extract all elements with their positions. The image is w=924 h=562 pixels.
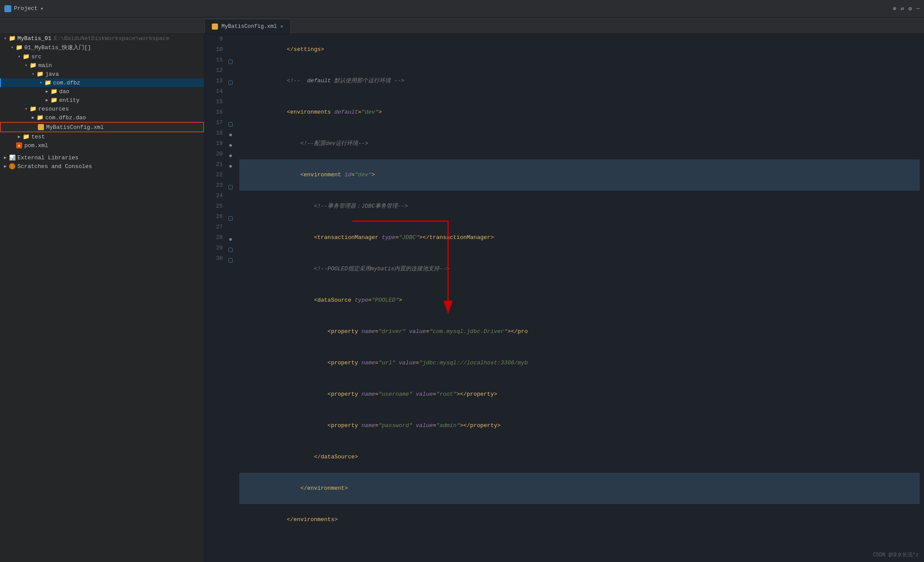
- editor-content: 9 10 11 12 13 14 15 16 17 18 19 20 21 22…: [204, 34, 924, 562]
- code-line-16: <!--POOLED指定采用mybatis内置的连接池支持-->: [239, 253, 920, 285]
- entity-label: entity: [59, 97, 80, 104]
- pom-icon: m: [16, 142, 23, 149]
- scratches-icon: [9, 163, 16, 170]
- resources-label: resources: [38, 106, 69, 112]
- project-icon: [4, 5, 11, 12]
- entity-folder-icon: 📁: [50, 97, 57, 104]
- tab-filename: MyBatisConfig.xml: [221, 24, 277, 30]
- tab-close-button[interactable]: ✕: [281, 24, 284, 29]
- comdfbz-folder-icon: 📁: [44, 79, 51, 86]
- sidebar-item-pomxml[interactable]: ▶ m pom.xml: [0, 141, 204, 150]
- src-label: src: [31, 54, 41, 60]
- main-layout: ▾ 📁 MyBatis_01 E:\BaiduNetDiskWorkspace\…: [0, 34, 924, 562]
- sidebar-item-mybatisconfig[interactable]: ▶ MyBatisConfig.xml: [0, 122, 204, 132]
- sidebar-item-resources[interactable]: ▾ 📁 resources: [0, 104, 204, 113]
- code-line-11: <environments default="dev">: [239, 97, 920, 128]
- java-label: java: [45, 71, 59, 77]
- sidebar-item-extlib[interactable]: ▶ 📊 External Libraries: [0, 153, 204, 162]
- title-bar: Project ▾ ⊕ ⇄ ⚙ —: [0, 0, 924, 17]
- minimize-icon[interactable]: —: [916, 5, 920, 12]
- src-folder-icon: 📁: [23, 53, 30, 60]
- mybatisconfig-icon: [37, 124, 44, 131]
- sidebar-item-java[interactable]: ▾ 📁 java: [0, 70, 204, 78]
- tab-bar: MyBatisConfig.xml ✕: [0, 17, 924, 34]
- project-title: Project ▾: [4, 5, 44, 12]
- code-line-19: <property name="url" value="jdbc:mysql:/…: [239, 347, 920, 379]
- comdfbz-label: com.dfbz: [53, 80, 80, 86]
- sidebar-item-comdfbz[interactable]: ▾ 📁 com.dfbz: [0, 78, 204, 87]
- code-line-9: </settings>: [239, 34, 920, 65]
- code-line-22: </dataSource>: [239, 441, 920, 473]
- 01mybatis-label: 01_MyBatis_快速入门[]: [24, 44, 91, 51]
- project-label[interactable]: Project: [14, 5, 38, 12]
- test-folder-icon: 📁: [23, 133, 30, 140]
- code-line-25: [239, 535, 920, 562]
- java-folder-icon: 📁: [37, 71, 44, 77]
- sidebar-item-dao[interactable]: ▶ 📁 dao: [0, 87, 204, 96]
- root-path: E:\BaiduNetDiskWorkspace\workspace: [54, 35, 169, 42]
- tab-mybatisconfig[interactable]: MyBatisConfig.xml ✕: [204, 19, 291, 34]
- code-line-18: <property name="driver" value="com.mysql…: [239, 316, 920, 347]
- test-label: test: [31, 134, 45, 140]
- src-arrow: ▾: [16, 54, 23, 59]
- comdfbzdao-arrow: ▶: [30, 115, 37, 120]
- dao-arrow: ▶: [44, 89, 50, 94]
- code-line-14: <!--事务管理器：JDBC事务管理-->: [239, 191, 920, 222]
- code-line-12: <!--配置dev运行环境-->: [239, 128, 920, 159]
- sidebar-item-01mybatis[interactable]: ▾ 📁 01_MyBatis_快速入门[]: [0, 43, 204, 52]
- project-root-icon: 📁: [9, 35, 16, 42]
- editor-panel: 9 10 11 12 13 14 15 16 17 18 19 20 21 22…: [204, 34, 924, 562]
- sidebar-item-entity[interactable]: ▶ 📁 entity: [0, 96, 204, 104]
- comdfbzdao-folder-icon: 📁: [37, 114, 44, 121]
- extlib-label: External Libraries: [17, 155, 78, 161]
- comdfbzdao-label: com.dfbz.dao: [45, 114, 86, 121]
- sidebar-item-test[interactable]: ▶ 📁 test: [0, 132, 204, 141]
- code-line-15: <transactionManager type="JDBC"></transa…: [239, 222, 920, 253]
- dao-folder-icon: 📁: [50, 88, 57, 95]
- code-line-20: <property name="username" value="root"><…: [239, 379, 920, 410]
- dao-label: dao: [59, 88, 69, 95]
- sidebar-item-comdfbzdao[interactable]: ▶ 📁 com.dfbz.dao: [0, 113, 204, 122]
- java-arrow: ▾: [30, 71, 37, 77]
- folder-icon: 📁: [16, 44, 23, 51]
- code-line-17: <dataSource type="POOLED">: [239, 285, 920, 316]
- 01mybatis-arrow: ▾: [9, 45, 16, 50]
- pom-label: pom.xml: [24, 142, 48, 149]
- code-line-21: <property name="password" value="admin">…: [239, 410, 920, 441]
- sidebar-item-scratches[interactable]: ▶ Scratches and Consoles: [0, 162, 204, 171]
- code-line-24: </environments>: [239, 504, 920, 535]
- xml-file-icon: [212, 24, 218, 30]
- resources-arrow: ▾: [23, 106, 30, 111]
- mybatisconfig-label: MyBatisConfig.xml: [46, 124, 104, 131]
- project-sidebar: ▾ 📁 MyBatis_01 E:\BaiduNetDiskWorkspace\…: [0, 34, 204, 562]
- resources-folder-icon: 📁: [30, 105, 37, 112]
- entity-arrow: ▶: [44, 98, 50, 103]
- main-folder-icon: 📁: [30, 62, 37, 69]
- scratches-label: Scratches and Consoles: [17, 163, 92, 170]
- sidebar-item-src[interactable]: ▾ 📁 src: [0, 52, 204, 61]
- sidebar-item-root[interactable]: ▾ 📁 MyBatis_01 E:\BaiduNetDiskWorkspace\…: [0, 34, 204, 43]
- editor-gutter: - - -: [226, 34, 235, 562]
- scratches-arrow: ▶: [2, 164, 9, 169]
- code-area[interactable]: </settings> <!-- default 默认使用那个运行环境 --> …: [235, 34, 924, 562]
- main-label: main: [38, 62, 52, 69]
- sidebar-item-main[interactable]: ▾ 📁 main: [0, 61, 204, 70]
- line-numbers: 9 10 11 12 13 14 15 16 17 18 19 20 21 22…: [204, 34, 226, 562]
- code-line-13: <environment id="dev">: [239, 159, 920, 191]
- extlib-icon: 📊: [9, 154, 16, 161]
- title-bar-controls: ⊕ ⇄ ⚙ —: [893, 5, 920, 12]
- root-arrow: ▾: [2, 36, 9, 41]
- watermark: CSDN @绿水长流*z: [873, 551, 919, 559]
- project-dropdown-arrow[interactable]: ▾: [40, 5, 44, 12]
- test-arrow: ▶: [16, 134, 23, 139]
- root-project-label: MyBatis_01: [17, 35, 51, 42]
- sync-icon[interactable]: ⇄: [901, 5, 904, 12]
- main-arrow: ▾: [23, 63, 30, 68]
- target-icon[interactable]: ⊕: [893, 5, 897, 12]
- code-line-23: </environment>: [239, 473, 920, 504]
- code-line-10: <!-- default 默认使用那个运行环境 -->: [239, 65, 920, 97]
- extlib-arrow: ▶: [2, 155, 9, 160]
- settings-icon[interactable]: ⚙: [908, 5, 912, 12]
- comdfbz-arrow: ▾: [37, 80, 44, 85]
